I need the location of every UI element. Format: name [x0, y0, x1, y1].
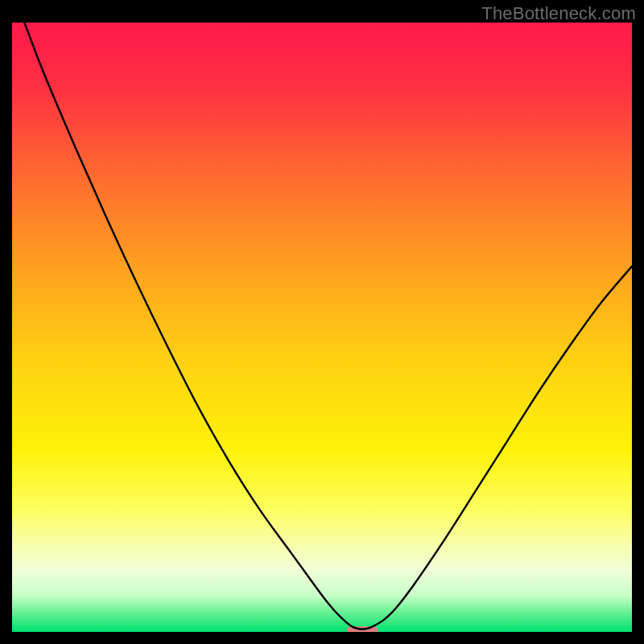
chart-frame: TheBottleneck.com [0, 0, 644, 644]
gradient-background [12, 23, 632, 632]
bottleneck-chart [12, 23, 632, 632]
plot-area [12, 23, 632, 632]
watermark-text: TheBottleneck.com [481, 3, 636, 24]
